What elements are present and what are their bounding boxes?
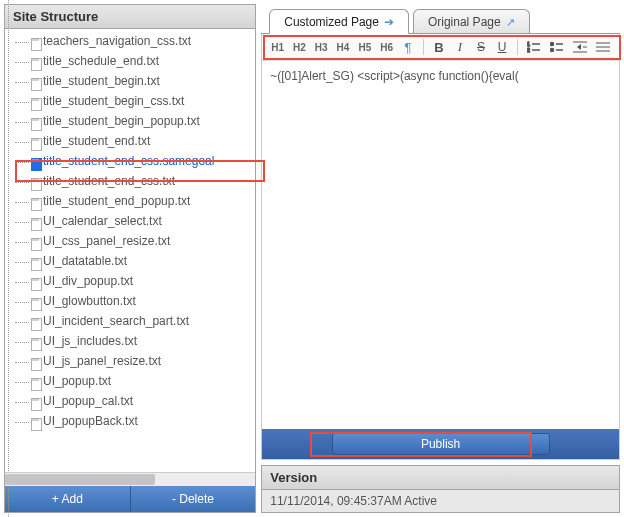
tab-customized-page[interactable]: Customized Page ➜: [269, 9, 409, 34]
unordered-list-icon: [550, 41, 564, 53]
tree-item-title-student-begin-css-txt[interactable]: title_student_begin_css.txt: [7, 91, 255, 111]
editor-toolbar: H1 H2 H3 H4 H5 H6 ¶ B I S U 12: [262, 34, 619, 61]
tree-item-label: title_student_end.txt: [43, 134, 150, 148]
tree-item-label: UI_js_panel_resize.txt: [43, 354, 161, 368]
svg-marker-8: [577, 44, 581, 50]
publish-bar: Publish: [262, 429, 619, 459]
tree-item-label: UI_popupBack.txt: [43, 414, 138, 428]
svg-point-4: [551, 43, 554, 46]
separator-icon: [517, 39, 518, 55]
tree-item-title-student-end-css-txt[interactable]: title_student_end_css.txt: [7, 171, 255, 191]
version-title: Version: [262, 466, 619, 490]
version-entry[interactable]: 11/11/2014, 09:45:37AM Active: [262, 490, 619, 512]
arrow-right-icon: ➜: [384, 15, 394, 29]
italic-button[interactable]: I: [451, 38, 469, 56]
tree-item-title-student-end-css-samegoal[interactable]: title_student_end_css.samegoal: [7, 151, 255, 171]
ordered-list-icon: 12: [527, 41, 541, 53]
tree-item-title-student-end-txt[interactable]: title_student_end.txt: [7, 131, 255, 151]
ordered-list-button[interactable]: 12: [524, 38, 544, 56]
indent-button[interactable]: [593, 38, 613, 56]
tree-item-ui-css-panel-resize-txt[interactable]: UI_css_panel_resize.txt: [7, 231, 255, 251]
tree-item-label: teachers_navigation_css.txt: [43, 34, 191, 48]
heading4-button[interactable]: H4: [334, 38, 353, 56]
tree-item-label: UI_js_includes.txt: [43, 334, 137, 348]
underline-button[interactable]: U: [493, 38, 511, 56]
tree-item-ui-popup-cal-txt[interactable]: UI_popup_cal.txt: [7, 391, 255, 411]
tree-item-label: UI_div_popup.txt: [43, 274, 133, 288]
tree-item-label: UI_glowbutton.txt: [43, 294, 136, 308]
tree-item-label: UI_datatable.txt: [43, 254, 127, 268]
editor-area: H1 H2 H3 H4 H5 H6 ¶ B I S U 12: [261, 34, 620, 460]
tree-item-label: title_student_begin_css.txt: [43, 94, 184, 108]
tree-item-label: title_schedule_end.txt: [43, 54, 159, 68]
tree-item-ui-popupback-txt[interactable]: UI_popupBack.txt: [7, 411, 255, 431]
code-editor[interactable]: ~([01]Alert_SG) <script>(async function(…: [262, 61, 619, 429]
separator-icon: [423, 39, 424, 55]
tab-label: Customized Page: [284, 15, 379, 29]
external-link-icon: ↗: [506, 16, 515, 29]
editor-content: ~([01]Alert_SG) <script>(async function(…: [270, 69, 518, 83]
site-structure-title: Site Structure: [5, 5, 255, 29]
tree-item-label: title_student_begin.txt: [43, 74, 160, 88]
publish-button[interactable]: Publish: [332, 433, 550, 455]
tab-label: Original Page: [428, 15, 501, 29]
delete-button[interactable]: - Delete: [131, 486, 256, 512]
heading5-button[interactable]: H5: [355, 38, 374, 56]
file-tree[interactable]: teachers_navigation_css.txttitle_schedul…: [5, 29, 255, 472]
tree-item-label: title_student_end_css.samegoal: [43, 154, 214, 168]
version-panel: Version 11/11/2014, 09:45:37AM Active: [261, 465, 620, 513]
tree-item-ui-glowbutton-txt[interactable]: UI_glowbutton.txt: [7, 291, 255, 311]
tree-item-label: UI_css_panel_resize.txt: [43, 234, 170, 248]
tree-item-title-student-begin-popup-txt[interactable]: title_student_begin_popup.txt: [7, 111, 255, 131]
tree-item-label: title_student_end_popup.txt: [43, 194, 190, 208]
horizontal-scrollbar[interactable]: [5, 472, 255, 486]
heading3-button[interactable]: H3: [312, 38, 331, 56]
tab-original-page[interactable]: Original Page ↗: [413, 9, 530, 33]
heading2-button[interactable]: H2: [290, 38, 309, 56]
tree-item-ui-js-panel-resize-txt[interactable]: UI_js_panel_resize.txt: [7, 351, 255, 371]
tree-item-label: title_student_end_css.txt: [43, 174, 175, 188]
tree-item-teachers-navigation-css-txt[interactable]: teachers_navigation_css.txt: [7, 31, 255, 51]
tree-item-label: title_student_begin_popup.txt: [43, 114, 200, 128]
heading1-button[interactable]: H1: [268, 38, 287, 56]
site-structure-panel: Site Structure teachers_navigation_css.t…: [4, 4, 256, 513]
tree-item-ui-calendar-select-txt[interactable]: UI_calendar_select.txt: [7, 211, 255, 231]
tree-item-label: UI_calendar_select.txt: [43, 214, 162, 228]
add-button[interactable]: + Add: [5, 486, 131, 512]
strike-button[interactable]: S: [472, 38, 490, 56]
tree-item-title-student-end-popup-txt[interactable]: title_student_end_popup.txt: [7, 191, 255, 211]
right-panel: Customized Page ➜ Original Page ↗ H1 H2 …: [261, 4, 620, 513]
paragraph-button[interactable]: ¶: [399, 38, 417, 56]
svg-text:2: 2: [527, 47, 530, 53]
svg-point-5: [551, 49, 554, 52]
outdent-button[interactable]: [570, 38, 590, 56]
tree-item-title-student-begin-txt[interactable]: title_student_begin.txt: [7, 71, 255, 91]
tree-item-label: UI_popup.txt: [43, 374, 111, 388]
tree-item-title-schedule-end-txt[interactable]: title_schedule_end.txt: [7, 51, 255, 71]
tree-item-ui-js-includes-txt[interactable]: UI_js_includes.txt: [7, 331, 255, 351]
tree-item-ui-div-popup-txt[interactable]: UI_div_popup.txt: [7, 271, 255, 291]
unordered-list-button[interactable]: [547, 38, 567, 56]
outdent-icon: [573, 41, 587, 53]
tree-item-ui-popup-txt[interactable]: UI_popup.txt: [7, 371, 255, 391]
tree-item-label: UI_incident_search_part.txt: [43, 314, 189, 328]
tree-item-ui-datatable-txt[interactable]: UI_datatable.txt: [7, 251, 255, 271]
heading6-button[interactable]: H6: [377, 38, 396, 56]
indent-icon: [596, 41, 610, 53]
tree-item-label: UI_popup_cal.txt: [43, 394, 133, 408]
tab-bar: Customized Page ➜ Original Page ↗: [261, 4, 620, 34]
tree-item-ui-incident-search-part-txt[interactable]: UI_incident_search_part.txt: [7, 311, 255, 331]
bold-button[interactable]: B: [430, 38, 448, 56]
